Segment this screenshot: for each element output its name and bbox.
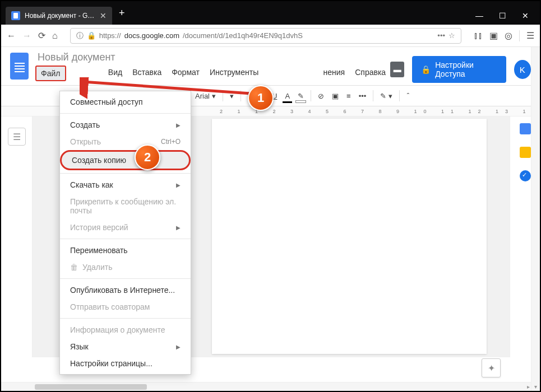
- align-button[interactable]: ≡: [343, 90, 354, 102]
- editing-mode-button[interactable]: ✎ ▾: [377, 90, 396, 102]
- highlight-button[interactable]: ✎: [294, 90, 307, 102]
- document-title[interactable]: Новый документ: [35, 50, 390, 64]
- close-tab-icon[interactable]: ✕: [100, 11, 107, 20]
- outline-toggle-button[interactable]: ☰: [8, 128, 26, 146]
- file-menu-dropdown: Совместный доступСоздать▶ОткрытьCtrl+OСо…: [59, 91, 191, 375]
- menu-view[interactable]: Вид: [104, 66, 127, 81]
- menu-item-label: Опубликовать в Интернете...: [70, 286, 175, 295]
- nav-reload-icon[interactable]: ⟳: [38, 30, 45, 41]
- docs-header: Новый документ Файл Правка Вид Вставка Ф…: [1, 47, 540, 83]
- menu-item-label: Создать: [70, 120, 100, 129]
- caret-icon: ▾: [212, 92, 216, 100]
- shortcut-label: Ctrl+O: [161, 138, 181, 146]
- new-tab-button[interactable]: +: [114, 5, 130, 21]
- text-color-button[interactable]: A: [281, 90, 293, 102]
- lock-icon: 🔒: [87, 31, 96, 40]
- explore-icon: ✦: [488, 363, 495, 374]
- tracking-protection-icon[interactable]: ◎: [505, 30, 512, 41]
- menu-addons-partial[interactable]: нения: [319, 66, 350, 81]
- menu-item-label: Язык: [70, 342, 89, 351]
- url-host: docs.google.com: [124, 31, 179, 40]
- vertical-scrollbar[interactable]: ▾: [531, 47, 540, 391]
- menu-item-label: Совместный доступ: [70, 97, 143, 106]
- scroll-thumb[interactable]: [35, 384, 147, 390]
- browser-toolbar: ← → ⟳ ⌂ ⓘ 🔒 https://docs.google.com/docu…: [1, 25, 540, 47]
- menu-item-создать[interactable]: Создать▶: [60, 116, 191, 133]
- menu-item-label: Прикрепить к сообщению эл. почты: [70, 197, 181, 215]
- explore-button[interactable]: ✦: [482, 358, 501, 377]
- horizontal-scrollbar[interactable]: ▸: [1, 382, 531, 391]
- separator: [519, 30, 520, 41]
- annotation-bubble-2: 2: [135, 144, 160, 170]
- separator: [311, 90, 311, 101]
- menu-format[interactable]: Формат: [167, 66, 204, 81]
- menu-insert[interactable]: Вставка: [128, 66, 166, 81]
- browser-titlebar: Новый документ - Google Док ✕ + — ☐ ✕: [1, 1, 540, 25]
- share-label: Настройки Доступа: [435, 60, 497, 78]
- menu-separator: [60, 278, 191, 279]
- menu-item-label: Открыть: [70, 137, 101, 146]
- calendar-icon[interactable]: [520, 123, 531, 134]
- insert-link-button[interactable]: ⊘: [315, 90, 327, 102]
- nav-back-icon[interactable]: ←: [7, 31, 16, 41]
- account-avatar[interactable]: K: [514, 60, 531, 79]
- insert-image-button[interactable]: ▣: [329, 90, 342, 102]
- bookmark-star-icon[interactable]: ☆: [448, 31, 455, 40]
- library-icon[interactable]: ⫿⫿: [474, 31, 483, 41]
- caret-icon[interactable]: ▾: [226, 90, 237, 102]
- menu-file[interactable]: Файл: [35, 66, 66, 81]
- header-actions: ▬ 🔒 Настройки Доступа K: [390, 56, 531, 83]
- menu-item-опубликовать-в-интернете[interactable]: Опубликовать в Интернете...: [60, 282, 191, 298]
- menu-separator: [60, 239, 191, 239]
- menu-separator: [60, 318, 191, 319]
- comments-button[interactable]: ▬: [390, 62, 404, 77]
- tab-title: Новый документ - Google Док: [25, 12, 96, 20]
- comment-icon: ▬: [394, 65, 401, 74]
- window-minimize-icon[interactable]: —: [475, 11, 483, 20]
- menu-item-язык[interactable]: Язык▶: [60, 338, 191, 355]
- menu-item-label: Информация о документе: [70, 325, 165, 334]
- document-page[interactable]: [212, 119, 487, 354]
- menu-item-label: Создать копию: [72, 156, 126, 165]
- menu-item-информация-о-документе: Информация о документе: [60, 321, 191, 338]
- scroll-down-icon[interactable]: ▾: [533, 382, 538, 391]
- keep-icon[interactable]: [520, 147, 531, 158]
- more-tools-button[interactable]: •••: [355, 90, 370, 102]
- share-lock-icon: 🔒: [421, 65, 431, 74]
- share-button[interactable]: 🔒 Настройки Доступа: [412, 56, 506, 83]
- address-bar[interactable]: ⓘ 🔒 https://docs.google.com/document/d/1…: [70, 28, 461, 44]
- sidebar-toggle-icon[interactable]: ▣: [489, 30, 498, 41]
- menu-item-скачать-как[interactable]: Скачать как▶: [60, 176, 191, 193]
- annotation-bubble-1: 1: [248, 85, 274, 111]
- url-prefix: https://: [99, 31, 121, 40]
- window-maximize-icon[interactable]: ☐: [499, 11, 506, 20]
- window-close-icon[interactable]: ✕: [522, 11, 529, 20]
- separator: [373, 90, 373, 101]
- menu-item-настройки-страницы[interactable]: Настройки страницы...: [60, 355, 191, 372]
- collapse-toolbar-button[interactable]: ˆ: [403, 90, 413, 102]
- menu-item-совместный-доступ[interactable]: Совместный доступ: [60, 94, 191, 110]
- trash-icon: 🗑: [70, 263, 78, 272]
- browser-tab[interactable]: Новый документ - Google Док ✕: [6, 7, 112, 25]
- page-actions-icon[interactable]: •••: [437, 31, 445, 40]
- site-info-icon[interactable]: ⓘ: [76, 31, 84, 41]
- docs-logo-icon[interactable]: [10, 53, 29, 80]
- nav-forward-icon[interactable]: →: [22, 31, 31, 41]
- menu-item-label: История версий: [70, 223, 128, 232]
- menu-help[interactable]: Справка: [350, 66, 390, 81]
- hamburger-menu-icon[interactable]: ☰: [526, 30, 534, 41]
- window-controls: — ☐ ✕: [469, 7, 535, 25]
- separator: [223, 90, 223, 101]
- separator: [399, 90, 400, 101]
- menu-item-переименовать[interactable]: Переименовать: [60, 242, 191, 259]
- nav-home-icon[interactable]: ⌂: [52, 31, 58, 41]
- outline-icon: ☰: [13, 132, 21, 142]
- scroll-right-icon[interactable]: ▸: [526, 382, 531, 391]
- menu-item-удалить: 🗑Удалить: [60, 259, 191, 276]
- tasks-icon[interactable]: [520, 170, 531, 181]
- menu-tools[interactable]: Инструменты: [205, 66, 263, 81]
- font-selector[interactable]: Arial ▾: [192, 90, 219, 102]
- menu-item-создать-копию[interactable]: Создать копию: [60, 150, 191, 170]
- menubar: Файл Правка Вид Вставка Формат Инструмен…: [35, 66, 390, 81]
- docs-title-area: Новый документ Файл Правка Вид Вставка Ф…: [35, 50, 390, 81]
